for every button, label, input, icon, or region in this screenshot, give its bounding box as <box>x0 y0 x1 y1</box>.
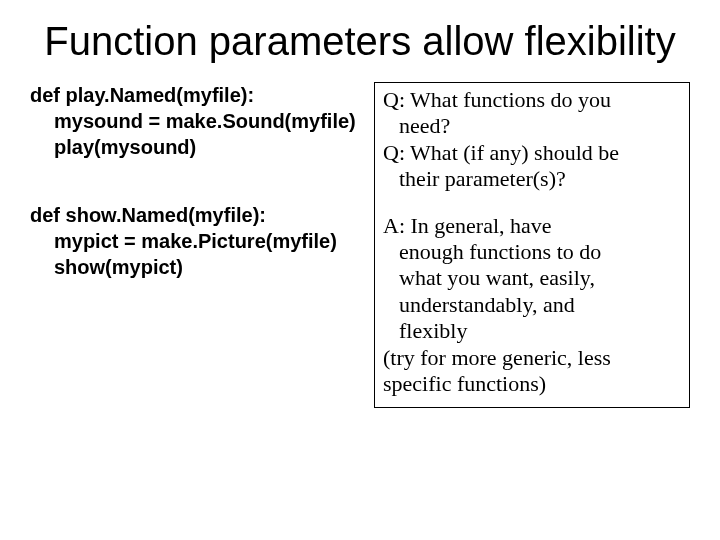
code-column: def play.Named(myfile): mysound = make.S… <box>30 82 360 408</box>
qa-text: specific functions) <box>383 371 681 397</box>
qa-text: flexibly <box>383 318 681 344</box>
code-block-2: def show.Named(myfile): mypict = make.Pi… <box>30 202 360 280</box>
questions-block: Q: What functions do you need? Q: What (… <box>383 87 681 193</box>
code-block-1: def play.Named(myfile): mysound = make.S… <box>30 82 360 160</box>
qa-text: their parameter(s)? <box>383 166 681 192</box>
code-line: mypict = make.Picture(myfile) <box>30 228 360 254</box>
code-line: def show.Named(myfile): <box>30 202 360 228</box>
slide-title: Function parameters allow flexibility <box>30 18 690 64</box>
code-line: def play.Named(myfile): <box>30 82 360 108</box>
slide: Function parameters allow flexibility de… <box>0 0 720 540</box>
code-line: show(mypict) <box>30 254 360 280</box>
qa-box: Q: What functions do you need? Q: What (… <box>374 82 690 408</box>
qa-text: need? <box>383 113 681 139</box>
answer-block: A: In general, have enough functions to … <box>383 213 681 398</box>
qa-text: what you want, easily, <box>383 265 681 291</box>
qa-text: (try for more generic, less <box>383 345 681 371</box>
qa-text: enough functions to do <box>383 239 681 265</box>
qa-text: understandably, and <box>383 292 681 318</box>
qa-text: Q: What (if any) should be <box>383 140 681 166</box>
slide-body: def play.Named(myfile): mysound = make.S… <box>30 82 690 408</box>
code-line: play(mysound) <box>30 134 360 160</box>
qa-text: A: In general, have <box>383 213 681 239</box>
qa-text: Q: What functions do you <box>383 87 681 113</box>
code-line: mysound = make.Sound(myfile) <box>30 108 360 134</box>
